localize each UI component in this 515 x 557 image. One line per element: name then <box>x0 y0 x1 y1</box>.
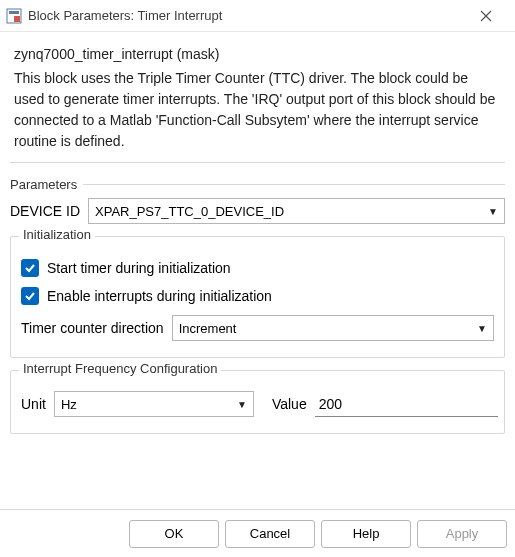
interrupt-freq-row: Unit Hz ▼ Value <box>21 391 494 417</box>
button-bar: OK Cancel Help Apply <box>0 509 515 557</box>
initialization-legend: Initialization <box>19 227 95 242</box>
cancel-button[interactable]: Cancel <box>225 520 315 548</box>
timer-direction-row: Timer counter direction Increment ▼ <box>21 315 494 341</box>
apply-button[interactable]: Apply <box>417 520 507 548</box>
interrupt-freq-group: Interrupt Frequency Configuration Unit H… <box>10 370 505 434</box>
app-icon <box>6 8 22 24</box>
chevron-down-icon: ▼ <box>237 399 247 410</box>
close-button[interactable] <box>463 0 509 32</box>
initialization-group: Initialization Start timer during initia… <box>10 236 505 358</box>
ok-button[interactable]: OK <box>129 520 219 548</box>
titlebar: Block Parameters: Timer Interrupt <box>0 0 515 32</box>
timer-direction-label: Timer counter direction <box>21 320 164 336</box>
interrupt-freq-legend: Interrupt Frequency Configuration <box>19 361 221 376</box>
unit-label: Unit <box>21 396 46 412</box>
enable-interrupts-label: Enable interrupts during initialization <box>47 288 272 304</box>
content-area: zynq7000_timer_interrupt (mask) This blo… <box>0 32 515 434</box>
parameters-legend: Parameters <box>10 177 505 192</box>
unit-select[interactable]: Hz ▼ <box>54 391 254 417</box>
device-id-label: DEVICE ID <box>10 203 80 219</box>
start-timer-checkbox[interactable] <box>21 259 39 277</box>
enable-interrupts-checkbox[interactable] <box>21 287 39 305</box>
chevron-down-icon: ▼ <box>488 206 498 217</box>
mask-name: zynq7000_timer_interrupt (mask) <box>10 38 505 66</box>
device-id-select[interactable]: XPAR_PS7_TTC_0_DEVICE_ID ▼ <box>88 198 505 224</box>
titlebar-title: Block Parameters: Timer Interrupt <box>28 8 463 23</box>
enable-interrupts-row: Enable interrupts during initialization <box>21 287 494 305</box>
start-timer-label: Start timer during initialization <box>47 260 231 276</box>
help-button[interactable]: Help <box>321 520 411 548</box>
start-timer-row: Start timer during initialization <box>21 259 494 277</box>
chevron-down-icon: ▼ <box>477 323 487 334</box>
value-label: Value <box>272 396 307 412</box>
timer-direction-select[interactable]: Increment ▼ <box>172 315 494 341</box>
device-id-row: DEVICE ID XPAR_PS7_TTC_0_DEVICE_ID ▼ <box>10 198 505 224</box>
value-input[interactable] <box>315 391 498 417</box>
mask-description: This block uses the Triple Timer Counter… <box>10 66 505 163</box>
svg-rect-1 <box>9 11 19 14</box>
svg-rect-2 <box>14 16 20 22</box>
